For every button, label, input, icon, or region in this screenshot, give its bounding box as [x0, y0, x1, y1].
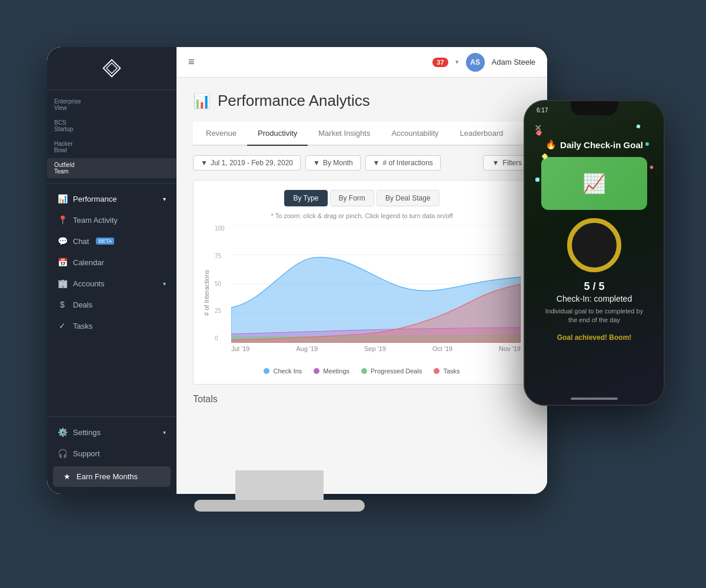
- nav-support-label: Support: [73, 449, 100, 458]
- legend-label-deals: Progressed Deals: [371, 368, 422, 375]
- by-type-button[interactable]: By Type: [284, 190, 327, 206]
- accounts-icon: 🏢: [58, 279, 67, 288]
- notification-badge[interactable]: 37: [432, 58, 448, 67]
- team-activity-icon: 📍: [58, 215, 67, 225]
- date-filter-label: Jul 1, 2019 - Feb 29, 2020: [211, 159, 293, 167]
- y-tick-25: 25: [215, 308, 231, 314]
- y-tick-100: 100: [215, 225, 231, 232]
- phone-home-bar: [571, 397, 618, 400]
- tab-revenue[interactable]: Revenue: [195, 122, 247, 146]
- page-title-icon: 📊: [193, 93, 211, 109]
- accounts-arrow-icon: ▾: [163, 280, 166, 287]
- org-bcs[interactable]: BCSStartup: [47, 116, 176, 136]
- user-avatar: AS: [466, 53, 485, 72]
- legend-label-checkins: Check Ins: [273, 368, 302, 375]
- notif-dropdown-icon[interactable]: ▾: [455, 58, 459, 66]
- month-filter-icon: ▼: [313, 159, 320, 167]
- org-enterprise[interactable]: EnterpriseView: [47, 95, 176, 115]
- monitor-inner: EnterpriseView BCSStartup HackerBowl Out…: [47, 47, 547, 494]
- phone-close-button[interactable]: ✕: [534, 122, 542, 133]
- x-label-jul: Jul '19: [231, 345, 249, 352]
- nav-accounts-label: Accounts: [73, 279, 104, 288]
- sidebar-orgs: EnterpriseView BCSStartup HackerBowl Out…: [47, 90, 176, 183]
- phone-status-time: 6:17: [537, 107, 548, 113]
- ring-svg: [565, 216, 624, 275]
- tab-accountability[interactable]: Accountability: [381, 122, 449, 146]
- nav-support[interactable]: 🎧 Support: [47, 443, 176, 464]
- x-label-nov: Nov '19: [499, 345, 521, 352]
- month-filter-chip[interactable]: ▼ By Month: [305, 155, 361, 171]
- y-axis-label: # of Interactions: [203, 225, 210, 360]
- nav-performance[interactable]: 📊 Performance ▾: [47, 188, 176, 209]
- tabs-bar: Revenue Productivity Market Insights Acc…: [193, 122, 531, 146]
- org-hacker[interactable]: HackerBowl: [47, 137, 176, 157]
- trend-icon: 📈: [582, 172, 606, 195]
- nav-settings-label: Settings: [73, 428, 101, 437]
- confetti-5: [650, 165, 654, 169]
- monitor: EnterpriseView BCSStartup HackerBowl Out…: [47, 47, 547, 494]
- sidebar: EnterpriseView BCSStartup HackerBowl Out…: [47, 47, 176, 494]
- page-title: Performance Analytics: [218, 92, 370, 110]
- phone-notch: [571, 101, 618, 115]
- legend-dot-deals: [361, 368, 367, 374]
- phone-goal-card: 📈: [541, 157, 647, 210]
- confetti-6: [535, 178, 540, 182]
- tab-leaderboard[interactable]: Leaderboard: [449, 122, 514, 146]
- filters-btn-label: Filters: [502, 159, 522, 167]
- phone-title: 🔥 Daily Check-in Goal: [545, 139, 643, 150]
- sidebar-nav: 📊 Performance ▾ 📍 Team Activity 💬 Chat B…: [47, 183, 176, 416]
- tab-productivity[interactable]: Productivity: [247, 122, 308, 146]
- hamburger-button[interactable]: ≡: [188, 56, 195, 68]
- topbar-right: 37 ▾ AS Adam Steele: [432, 53, 535, 72]
- topbar: ≡ 37 ▾ AS Adam Steele: [176, 47, 547, 78]
- legend-tasks[interactable]: Tasks: [434, 368, 459, 375]
- sidebar-bottom: ⚙️ Settings ▾ 🎧 Support ★ Earn Free Mont…: [47, 416, 176, 494]
- settings-arrow-icon: ▾: [163, 429, 166, 436]
- filter-icon: ▼: [201, 159, 208, 167]
- settings-icon: ⚙️: [58, 427, 67, 437]
- nav-calendar[interactable]: 📅 Calendar: [47, 252, 176, 273]
- chart-legend: Check Ins Meetings Progressed Deals: [203, 368, 521, 375]
- nav-calendar-label: Calendar: [73, 258, 104, 267]
- nav-tasks-label: Tasks: [73, 322, 92, 330]
- page-title-row: 📊 Performance Analytics: [193, 92, 531, 110]
- earn-free-months[interactable]: ★ Earn Free Months: [53, 466, 171, 487]
- y-tick-0: 0: [215, 335, 231, 342]
- earn-label: Earn Free Months: [76, 472, 138, 481]
- legend-meetings[interactable]: Meetings: [314, 368, 349, 375]
- earn-icon: ★: [64, 472, 71, 481]
- legend-checkins[interactable]: Check Ins: [264, 368, 302, 375]
- nav-tasks[interactable]: ✓ Tasks: [47, 315, 176, 336]
- nav-deals[interactable]: $ Deals: [47, 294, 176, 315]
- chat-icon: 💬: [58, 236, 67, 246]
- fire-icon: 🔥: [545, 139, 557, 150]
- phone-screen: 6:17 ✕ 🔥 Daily Check-in Goal 📈 100% 5 / …: [525, 101, 664, 405]
- by-deal-stage-button[interactable]: By Deal Stage: [377, 190, 439, 206]
- nav-team-activity[interactable]: 📍 Team Activity: [47, 209, 176, 230]
- confetti-4: [636, 124, 641, 129]
- nav-settings[interactable]: ⚙️ Settings ▾: [47, 422, 176, 443]
- nav-deals-label: Deals: [73, 300, 92, 309]
- by-form-button[interactable]: By Form: [330, 190, 374, 206]
- legend-label-meetings: Meetings: [323, 368, 349, 375]
- chart-container: # of Interactions 0 25 50 75 1: [203, 225, 521, 360]
- metric-filter-icon: ▼: [373, 159, 380, 167]
- chart-svg: [231, 225, 521, 343]
- user-name[interactable]: Adam Steele: [492, 58, 535, 66]
- org-outfield[interactable]: OutfieldTeam: [47, 158, 176, 178]
- svg-marker-0: [104, 60, 121, 77]
- date-filter-chip[interactable]: ▼ Jul 1, 2019 - Feb 29, 2020: [193, 155, 301, 171]
- nav-team-activity-label: Team Activity: [73, 216, 118, 225]
- legend-deals[interactable]: Progressed Deals: [361, 368, 422, 375]
- x-label-sep: Sep '19: [364, 345, 386, 352]
- x-label-aug: Aug '19: [296, 345, 318, 352]
- tab-market-insights[interactable]: Market Insights: [308, 122, 381, 146]
- progress-ring: 100%: [565, 216, 624, 275]
- nav-accounts[interactable]: 🏢 Accounts ▾: [47, 273, 176, 294]
- performance-icon: 📊: [58, 194, 67, 203]
- support-icon: 🎧: [58, 449, 67, 458]
- svg-marker-1: [106, 63, 117, 74]
- nav-chat[interactable]: 💬 Chat BETA: [47, 230, 176, 252]
- metric-filter-chip[interactable]: ▼ # of Interactions: [365, 155, 441, 171]
- calendar-icon: 📅: [58, 258, 67, 267]
